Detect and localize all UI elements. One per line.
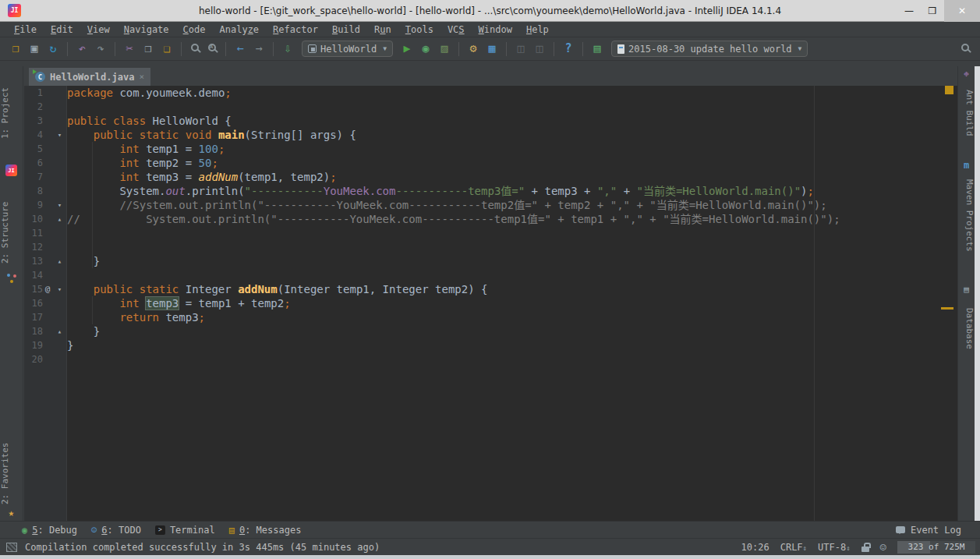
help-icon[interactable]: ? — [559, 41, 578, 58]
search-everywhere-icon[interactable] — [961, 44, 969, 51]
editor[interactable]: 1package com.youmeek.demo;23public class… — [24, 86, 957, 521]
forward-icon[interactable]: → — [249, 41, 268, 58]
toolwindow-button-structure[interactable]: 2: Structure — [0, 193, 23, 271]
toolwindow-button-ant-build[interactable]: Ant Build — [958, 82, 975, 144]
line-number[interactable]: 11 — [24, 226, 43, 240]
find-icon[interactable] — [191, 44, 199, 51]
line-number[interactable]: 10 — [24, 212, 43, 226]
fold-marker-icon[interactable]: ▾ — [52, 282, 67, 296]
disabled-tool-icon-1[interactable]: ◫ — [511, 41, 530, 58]
line-number[interactable]: 19 — [24, 338, 43, 352]
menu-analyze[interactable]: Analyze — [214, 23, 266, 36]
line-number[interactable]: 8 — [24, 184, 43, 198]
favorites-star-icon[interactable]: ★ — [0, 507, 23, 518]
maximize-button[interactable]: ❒ — [921, 0, 944, 22]
readonly-lock-icon[interactable] — [861, 547, 869, 552]
memory-indicator[interactable]: 323 of 725M — [897, 541, 975, 554]
error-stripe-mark-top[interactable] — [945, 86, 953, 94]
line-separator-selector[interactable]: CRLF⇕ — [780, 542, 807, 553]
error-stripe-mark-middle[interactable] — [941, 307, 953, 310]
line-number[interactable]: 13 — [24, 254, 43, 268]
menu-run[interactable]: Run — [368, 23, 398, 36]
line-number[interactable]: 20 — [24, 352, 43, 366]
open-icon[interactable]: ❐ — [6, 41, 25, 58]
encoding-selector[interactable]: UTF-8⇕ — [818, 542, 851, 553]
status-message: Compilation completed successfully in 3s… — [25, 542, 380, 553]
redo-icon[interactable]: ↷ — [91, 41, 110, 58]
code-segment: package — [67, 87, 113, 99]
event-log-button[interactable]: Event Log — [896, 525, 961, 536]
toolwindow-button-messages[interactable]: ▤0: Messages — [229, 525, 302, 536]
run-icon[interactable]: ▶ — [398, 41, 416, 58]
line-number[interactable]: 17 — [24, 310, 43, 324]
minimize-button[interactable]: — — [897, 0, 921, 22]
run-configuration-combo[interactable]: HelloWorld▼ — [302, 41, 393, 57]
replace-icon[interactable]: A — [208, 44, 216, 51]
line-number[interactable]: 2 — [24, 100, 43, 114]
menu-vcs[interactable]: VCS — [441, 23, 471, 36]
menu-navigate[interactable]: Navigate — [118, 23, 175, 36]
menu-view[interactable]: View — [81, 23, 116, 36]
line-number[interactable]: 4 — [24, 128, 43, 142]
toolwindow-button-maven-projects[interactable]: Maven Projects — [958, 175, 975, 257]
line-number[interactable]: 6 — [24, 156, 43, 170]
line-number[interactable]: 15 — [24, 282, 43, 296]
hector-inspector-icon[interactable]: ☺ — [880, 541, 886, 554]
save-context-icon[interactable]: ▤ — [588, 41, 607, 58]
cut-icon[interactable]: ✂ — [120, 41, 139, 58]
disabled-tool-icon-2[interactable]: ◫ — [530, 41, 549, 58]
fold-marker-icon[interactable]: ▾ — [52, 128, 67, 142]
line-number[interactable]: 16 — [24, 296, 43, 310]
menu-window[interactable]: Window — [472, 23, 518, 36]
fold-marker-icon[interactable]: ▾ — [52, 198, 67, 212]
toolwindow-toggle-icon[interactable] — [6, 543, 17, 552]
close-button[interactable]: ✕ — [944, 0, 980, 22]
menu-edit[interactable]: Edit — [44, 23, 80, 36]
toolwindow-button-terminal[interactable]: >Terminal — [155, 525, 215, 536]
fold-column — [52, 142, 67, 156]
back-icon[interactable]: ← — [231, 41, 249, 58]
line-number[interactable]: 9 — [24, 198, 43, 212]
coverage-icon[interactable]: ▨ — [435, 41, 454, 58]
menu-refactor[interactable]: Refactor — [267, 23, 324, 36]
vcs-update-icon[interactable]: ⇩ — [278, 41, 297, 58]
event-log-label: Event Log — [911, 525, 961, 536]
code-segment: //System.out.println("-----------YouMeek… — [67, 199, 827, 211]
line-number[interactable]: 3 — [24, 114, 43, 128]
toolwindow-button-favorites[interactable]: 2: Favorites — [0, 434, 23, 512]
save-all-icon[interactable]: ▣ — [25, 41, 44, 58]
undo-icon[interactable]: ↶ — [73, 41, 91, 58]
toolwindow-button-debug[interactable]: ◉5: Debug — [22, 525, 77, 536]
line-number[interactable]: 18 — [24, 324, 43, 338]
line-number[interactable]: 14 — [24, 268, 43, 282]
settings-icon[interactable]: ⚙ — [464, 41, 483, 58]
menu-help[interactable]: Help — [520, 23, 555, 36]
menu-file[interactable]: File — [8, 23, 43, 36]
project-structure-icon[interactable]: ▦ — [483, 41, 501, 58]
task-combo[interactable]: 2015-08-30 update hello world▼ — [611, 41, 808, 57]
synchronize-icon[interactable]: ↻ — [44, 41, 62, 58]
toolwindow-button-project[interactable]: 1: Project — [0, 70, 23, 156]
line-number[interactable]: 7 — [24, 170, 43, 184]
paste-icon[interactable]: ❏ — [157, 41, 176, 58]
database-icon[interactable]: ▤ — [958, 285, 975, 295]
menu-code[interactable]: Code — [177, 23, 212, 36]
toolwindow-button-database[interactable]: Database — [958, 299, 975, 358]
ant-icon[interactable]: ❉ — [958, 69, 975, 79]
menu-tools[interactable]: Tools — [399, 23, 440, 36]
copy-icon[interactable]: ❐ — [139, 41, 157, 58]
fold-marker-icon[interactable]: ▴ — [52, 254, 67, 268]
line-number[interactable]: 12 — [24, 240, 43, 254]
gutter-mark — [43, 296, 52, 310]
fold-marker-icon[interactable]: ▴ — [52, 324, 67, 338]
tab-helloworld-java[interactable]: C HelloWorld.java × — [29, 68, 150, 86]
debug-icon[interactable]: ◉ — [416, 41, 435, 58]
toolwindow-button-todo[interactable]: ☺6: TODO — [91, 525, 141, 536]
menu-build[interactable]: Build — [326, 23, 366, 36]
maven-icon[interactable]: m — [958, 160, 975, 171]
window-title: hello-world - [E:\git_work_space\hello-w… — [0, 5, 980, 16]
line-number[interactable]: 5 — [24, 142, 43, 156]
tab-close-icon[interactable]: × — [139, 72, 144, 82]
line-number[interactable]: 1 — [24, 86, 43, 100]
fold-marker-icon[interactable]: ▴ — [52, 212, 67, 226]
